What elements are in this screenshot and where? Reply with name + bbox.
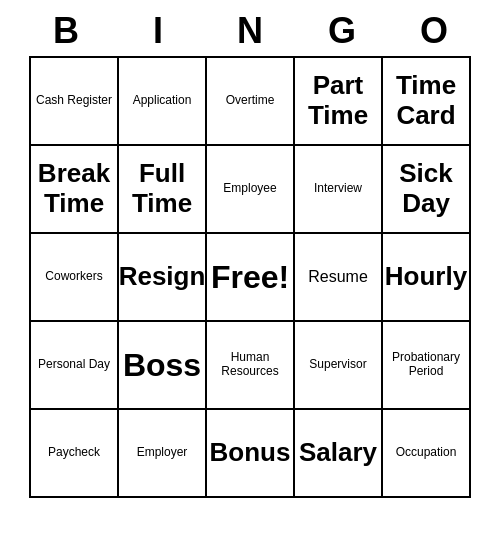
cell-text: Application — [133, 94, 192, 108]
cell-text: Time Card — [387, 71, 465, 131]
bingo-cell-23: Salary — [295, 410, 383, 498]
bingo-letter: O — [390, 10, 478, 52]
bingo-cell-8: Interview — [295, 146, 383, 234]
bingo-cell-22: Bonus — [207, 410, 295, 498]
bingo-cell-1: Application — [119, 58, 207, 146]
bingo-cell-7: Employee — [207, 146, 295, 234]
bingo-cell-2: Overtime — [207, 58, 295, 146]
bingo-cell-19: Probationary Period — [383, 322, 471, 410]
bingo-cell-20: Paycheck — [31, 410, 119, 498]
cell-text: Human Resources — [211, 351, 289, 379]
bingo-letter: B — [22, 10, 110, 52]
bingo-cell-4: Time Card — [383, 58, 471, 146]
bingo-cell-17: Human Resources — [207, 322, 295, 410]
cell-text: Employer — [137, 446, 188, 460]
cell-text: Supervisor — [309, 358, 366, 372]
bingo-cell-0: Cash Register — [31, 58, 119, 146]
bingo-cell-16: Boss — [119, 322, 207, 410]
cell-text: Salary — [299, 438, 377, 468]
cell-text: Occupation — [396, 446, 457, 460]
bingo-cell-24: Occupation — [383, 410, 471, 498]
bingo-cell-13: Resume — [295, 234, 383, 322]
cell-text: Part Time — [299, 71, 377, 131]
cell-text: Overtime — [226, 94, 275, 108]
cell-text: Cash Register — [36, 94, 112, 108]
bingo-title: BINGO — [20, 10, 480, 52]
cell-text: Paycheck — [48, 446, 100, 460]
bingo-cell-5: Break Time — [31, 146, 119, 234]
cell-text: Full Time — [123, 159, 201, 219]
bingo-cell-6: Full Time — [119, 146, 207, 234]
cell-text: Resign — [119, 262, 206, 292]
cell-text: Break Time — [35, 159, 113, 219]
bingo-cell-9: Sick Day — [383, 146, 471, 234]
bingo-cell-12: Free! — [207, 234, 295, 322]
cell-text: Personal Day — [38, 358, 110, 372]
cell-text: Interview — [314, 182, 362, 196]
bingo-letter: N — [206, 10, 294, 52]
cell-text: Free! — [211, 259, 289, 296]
bingo-cell-15: Personal Day — [31, 322, 119, 410]
bingo-grid: Cash RegisterApplicationOvertimePart Tim… — [29, 56, 471, 498]
cell-text: Employee — [223, 182, 276, 196]
bingo-cell-18: Supervisor — [295, 322, 383, 410]
bingo-cell-21: Employer — [119, 410, 207, 498]
bingo-letter: I — [114, 10, 202, 52]
bingo-cell-14: Hourly — [383, 234, 471, 322]
cell-text: Bonus — [210, 438, 291, 468]
cell-text: Hourly — [385, 262, 467, 292]
bingo-cell-11: Resign — [119, 234, 207, 322]
cell-text: Resume — [308, 268, 368, 286]
bingo-cell-3: Part Time — [295, 58, 383, 146]
cell-text: Sick Day — [387, 159, 465, 219]
cell-text: Boss — [123, 347, 201, 384]
cell-text: Coworkers — [45, 270, 102, 284]
bingo-letter: G — [298, 10, 386, 52]
bingo-cell-10: Coworkers — [31, 234, 119, 322]
cell-text: Probationary Period — [387, 351, 465, 379]
